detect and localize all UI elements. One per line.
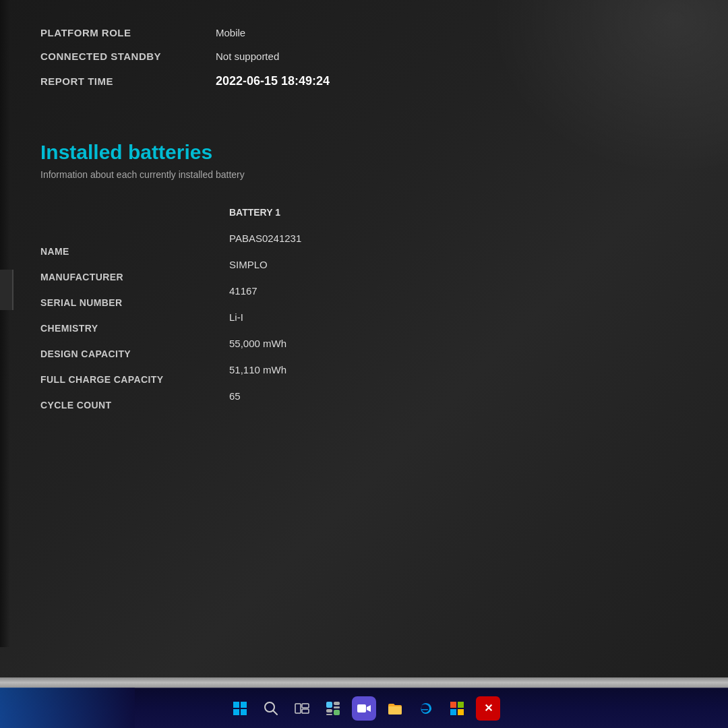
battery-label-cycle-count: CYCLE COUNT <box>40 400 229 411</box>
left-shadow <box>0 0 10 647</box>
battery-label-manufacturer: MANUFACTURER <box>40 272 229 282</box>
left-edge-indicator <box>0 270 13 310</box>
battery-value-design-capacity: 55,000 mWh <box>229 338 301 349</box>
ms-store-button[interactable] <box>445 696 469 721</box>
battery-column-header: BATTERY 1 <box>229 207 301 218</box>
close-button[interactable]: ✕ <box>476 696 500 721</box>
screen: PLATFORM ROLE Mobile CONNECTED STANDBY N… <box>0 0 728 728</box>
taskbar-left-accent <box>0 688 135 728</box>
system-info-section: PLATFORM ROLE Mobile CONNECTED STANDBY N… <box>40 27 688 88</box>
svg-rect-3 <box>241 709 247 715</box>
widgets-button[interactable] <box>321 696 345 721</box>
svg-rect-15 <box>357 704 366 712</box>
section-gap <box>40 100 688 141</box>
battery-values-column: BATTERY 1 PABAS0241231 SIMPLO 41167 Li-I… <box>229 207 301 417</box>
svg-rect-1 <box>241 702 247 708</box>
svg-rect-10 <box>334 702 340 705</box>
main-content: PLATFORM ROLE Mobile CONNECTED STANDBY N… <box>0 0 728 688</box>
battery-label-design-capacity: DESIGN CAPACITY <box>40 348 229 359</box>
batteries-section: Installed batteries Information about ea… <box>40 141 688 417</box>
report-time-label: REPORT TIME <box>40 75 216 87</box>
svg-rect-2 <box>233 709 239 715</box>
battery-labels-column: NAME MANUFACTURER SERIAL NUMBER CHEMISTR… <box>40 207 229 417</box>
svg-rect-16 <box>450 702 456 708</box>
svg-rect-7 <box>302 704 309 708</box>
battery-label-full-charge: FULL CHARGE CAPACITY <box>40 374 229 385</box>
platform-role-value: Mobile <box>216 27 245 38</box>
edge-browser-button[interactable] <box>414 696 438 721</box>
battery-value-chemistry: Li-I <box>229 311 301 323</box>
svg-rect-13 <box>326 714 332 715</box>
battery-label-chemistry: CHEMISTRY <box>40 323 229 334</box>
report-time-value: 2022-06-15 18:49:24 <box>216 74 330 88</box>
svg-rect-17 <box>458 702 464 708</box>
svg-rect-14 <box>334 710 340 715</box>
header-spacer <box>40 207 229 231</box>
battery-value-full-charge: 51,110 mWh <box>229 364 301 375</box>
close-x-icon: ✕ <box>484 702 493 715</box>
svg-rect-19 <box>458 709 464 715</box>
taskbar-icons: ✕ <box>228 696 500 721</box>
svg-rect-9 <box>326 702 332 708</box>
bezel-bottom <box>0 677 728 688</box>
svg-rect-0 <box>233 702 239 708</box>
battery-label-name: NAME <box>40 246 229 257</box>
platform-role-label: PLATFORM ROLE <box>40 27 216 38</box>
battery-label-serial: SERIAL NUMBER <box>40 297 229 308</box>
task-view-button[interactable] <box>290 696 314 721</box>
svg-rect-6 <box>295 704 301 713</box>
connected-standby-label: CONNECTED STANDBY <box>40 51 216 62</box>
meet-button[interactable] <box>352 696 376 721</box>
svg-rect-11 <box>334 706 340 708</box>
connected-standby-row: CONNECTED STANDBY Not supported <box>40 51 688 62</box>
taskbar: ✕ <box>0 688 728 728</box>
file-explorer-button[interactable] <box>383 696 407 721</box>
platform-role-row: PLATFORM ROLE Mobile <box>40 27 688 38</box>
svg-rect-12 <box>326 709 332 712</box>
battery-value-manufacturer: SIMPLO <box>229 259 301 270</box>
battery-value-serial: 41167 <box>229 285 301 297</box>
windows-start-button[interactable] <box>228 696 252 721</box>
batteries-subtitle: Information about each currently install… <box>40 169 688 180</box>
connected-standby-value: Not supported <box>216 51 279 62</box>
svg-line-5 <box>273 710 277 715</box>
svg-rect-8 <box>302 709 309 713</box>
battery-value-name: PABAS0241231 <box>229 233 301 244</box>
search-button[interactable] <box>259 696 283 721</box>
battery-table: NAME MANUFACTURER SERIAL NUMBER CHEMISTR… <box>40 207 688 417</box>
battery-value-cycle-count: 65 <box>229 390 301 402</box>
report-time-row: REPORT TIME 2022-06-15 18:49:24 <box>40 74 688 88</box>
svg-rect-18 <box>450 709 456 715</box>
batteries-title: Installed batteries <box>40 141 688 164</box>
